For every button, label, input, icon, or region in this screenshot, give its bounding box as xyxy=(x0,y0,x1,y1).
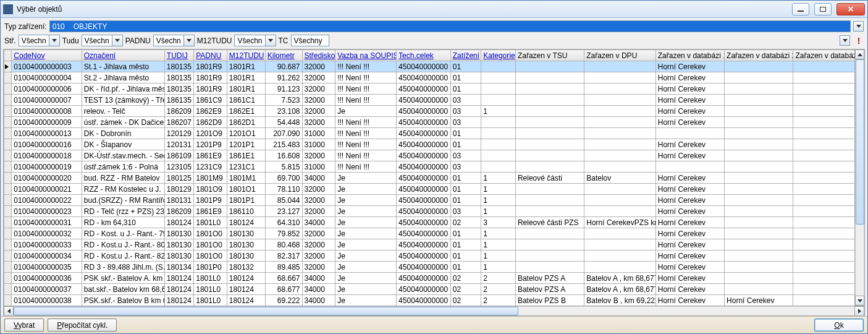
cell-str[interactable]: 34000 xyxy=(302,284,335,295)
cell-kat[interactable] xyxy=(481,117,516,128)
row-indicator[interactable] xyxy=(4,72,12,84)
cell-dpu[interactable] xyxy=(584,139,655,150)
cell-m12[interactable]: 1801O1 xyxy=(227,184,265,195)
cell-km[interactable]: 91.262 xyxy=(265,72,302,84)
cell-dpu[interactable] xyxy=(584,239,655,250)
table-row[interactable]: 01004000000006DK - říd.př. - Jihlava měs… xyxy=(4,84,855,95)
cell-km[interactable]: 78.110 xyxy=(265,184,302,195)
cell-tudij[interactable]: 180124 xyxy=(164,217,193,228)
cell-tc[interactable]: 450040000000 xyxy=(397,150,451,161)
cell-kat[interactable] xyxy=(481,139,516,150)
cell-ozn[interactable]: ústř. zámek - DK Dačice xyxy=(82,117,164,128)
cell-zat[interactable]: 01 xyxy=(450,228,481,239)
row-indicator[interactable] xyxy=(4,173,12,184)
cell-db3[interactable] xyxy=(793,95,854,106)
cell-m12[interactable]: 1801M1 xyxy=(227,173,265,184)
cell-ozn[interactable]: RD 3 - 89,488 Jihl.m. (S.Ho xyxy=(82,262,164,273)
cell-m12[interactable]: 180130 xyxy=(227,228,265,239)
hscroll-track[interactable] xyxy=(14,306,854,316)
cell-db2[interactable] xyxy=(725,139,793,150)
cell-tc[interactable]: 450040000000 xyxy=(397,284,451,295)
type-dropdown-button[interactable] xyxy=(853,21,864,32)
cell-kat[interactable]: 1 xyxy=(481,184,516,195)
cell-vaz[interactable]: !!! Není !!! xyxy=(335,84,397,95)
cell-db1[interactable]: Horní Cerekev xyxy=(655,262,724,273)
column-header-db3[interactable]: Zařazen v databázi 3 xyxy=(793,50,854,61)
cell-db3[interactable] xyxy=(793,195,854,206)
cell-db2[interactable]: Horní Cerekev xyxy=(725,295,793,306)
cell-db3[interactable] xyxy=(793,150,854,161)
cell-tudij[interactable]: 180135 xyxy=(164,84,193,95)
cell-tc[interactable]: 450040000000 xyxy=(397,250,451,262)
cell-db1[interactable]: Horní Cerekev xyxy=(655,139,724,150)
column-header-str[interactable]: Středisko xyxy=(302,50,335,61)
row-indicator[interactable] xyxy=(4,250,12,262)
cell-dpu[interactable] xyxy=(584,106,655,117)
cell-tudij[interactable]: 180124 xyxy=(164,284,193,295)
cell-kat[interactable]: 2 xyxy=(481,284,516,295)
cell-db2[interactable] xyxy=(725,173,793,184)
cell-dpu[interactable]: Batelov B , km 69,222 xyxy=(584,295,655,306)
cell-db2[interactable] xyxy=(725,217,793,228)
cell-db3[interactable] xyxy=(793,72,854,84)
row-indicator[interactable] xyxy=(4,273,12,284)
table-row[interactable]: 01004000000021RZZ - RM Kostelec u J.1801… xyxy=(4,184,855,195)
cell-kat[interactable] xyxy=(481,61,516,72)
cell-kat[interactable]: 1 xyxy=(481,173,516,184)
cell-db1[interactable]: Horní Cerekev xyxy=(655,239,724,250)
cell-tsu[interactable] xyxy=(515,239,584,250)
cell-str[interactable]: 34000 xyxy=(302,295,335,306)
cell-db2[interactable] xyxy=(725,106,793,117)
row-indicator[interactable] xyxy=(4,139,12,150)
cell-tsu[interactable] xyxy=(515,139,584,150)
cell-ozn[interactable]: PSK.skř.- Batelov B km 69 xyxy=(82,295,164,306)
cell-tc[interactable]: 450040000000 xyxy=(397,206,451,217)
cell-db2[interactable] xyxy=(725,195,793,206)
cell-zat[interactable]: 03 xyxy=(450,161,481,173)
cell-tsu[interactable]: Batelov PZS A xyxy=(515,284,584,295)
column-header-tc[interactable]: Tech.celek xyxy=(397,50,451,61)
cell-dpu[interactable] xyxy=(584,195,655,206)
cell-padnu[interactable]: 1801P9 xyxy=(194,195,227,206)
cell-kat[interactable]: 1 xyxy=(481,195,516,206)
cell-tudij[interactable]: 180124 xyxy=(164,273,193,284)
table-row[interactable]: 01004000000009ústř. zámek - DK Dačice186… xyxy=(4,117,855,128)
column-header-kat[interactable]: Kategorie xyxy=(481,50,516,61)
scroll-up-button[interactable] xyxy=(855,49,864,59)
cell-padnu[interactable]: 1801O0 xyxy=(194,228,227,239)
cell-tc[interactable]: 450040000000 xyxy=(397,72,451,84)
cell-m12[interactable]: 1231C1 xyxy=(227,161,265,173)
cell-db3[interactable] xyxy=(793,61,854,72)
cell-db1[interactable]: Horní Cerekev xyxy=(655,84,724,95)
cell-padnu[interactable]: 1801O0 xyxy=(194,239,227,250)
vscroll-thumb[interactable] xyxy=(856,59,864,225)
cell-db1[interactable]: Horní Cerekev xyxy=(655,217,724,228)
cell-zat[interactable]: 01 xyxy=(450,184,481,195)
cell-zat[interactable]: 01 xyxy=(450,128,481,139)
row-indicator[interactable] xyxy=(4,95,12,106)
cell-db1[interactable]: Horní Cerekev xyxy=(655,273,724,284)
cell-code[interactable]: 01004000000032 xyxy=(12,228,82,239)
cell-km[interactable]: 69.700 xyxy=(265,173,302,184)
cell-m12[interactable]: 1801P1 xyxy=(227,195,265,206)
column-header-db1[interactable]: Zařazen v databázi 1 xyxy=(655,50,724,61)
cell-kat[interactable]: 1 xyxy=(481,262,516,273)
cell-ozn[interactable]: RD - Kost. u J.- Rant.- 79,85 xyxy=(82,228,164,239)
cell-code[interactable]: 01004000000033 xyxy=(12,239,82,250)
cell-dpu[interactable] xyxy=(584,262,655,273)
cell-vaz[interactable]: !!! Není !!! xyxy=(335,117,397,128)
cell-km[interactable]: 207.090 xyxy=(265,128,302,139)
cell-vaz[interactable]: !!! Není !!! xyxy=(335,128,397,139)
table-row[interactable]: 01004000000003St.1 - Jihlava město180135… xyxy=(4,61,855,72)
cell-tsu[interactable] xyxy=(515,150,584,161)
cell-km[interactable]: 80.468 xyxy=(265,239,302,250)
cell-ozn[interactable]: RD - km 64,310 xyxy=(82,217,164,228)
cell-km[interactable]: 79.852 xyxy=(265,228,302,239)
table-row[interactable]: 01004000000033RD - Kost.u J.- Rant.- 80,… xyxy=(4,239,855,250)
cell-code[interactable]: 01004000000036 xyxy=(12,273,82,284)
cell-m12[interactable]: 180124 xyxy=(227,273,265,284)
cell-tudij[interactable]: 180131 xyxy=(164,195,193,206)
table-row[interactable]: 01004000000023RD - Telč (rzz + PZS) 23,1… xyxy=(4,206,855,217)
cell-m12[interactable]: 1201P1 xyxy=(227,139,265,150)
table-row[interactable]: 01004000000038PSK.skř.- Batelov B km 691… xyxy=(4,295,855,306)
